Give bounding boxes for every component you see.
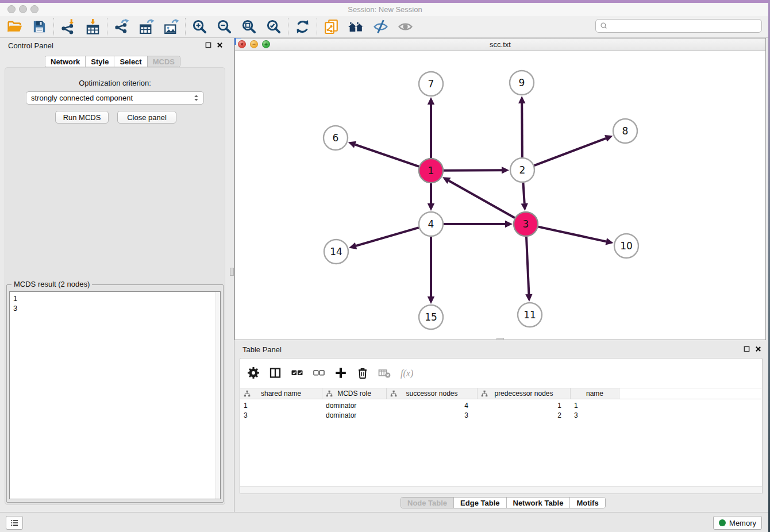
graph-node-label-6: 6: [333, 132, 339, 144]
run-mcds-button[interactable]: Run MCDS: [55, 111, 109, 124]
delete-column-button[interactable]: [355, 366, 369, 380]
close-panel-icon[interactable]: [217, 42, 223, 48]
memory-button[interactable]: Memory: [713, 516, 762, 530]
zoom-fit-button[interactable]: [237, 17, 261, 37]
graph-edge-3-1[interactable]: [449, 181, 514, 218]
export-image-button[interactable]: [159, 17, 183, 37]
panel-divider[interactable]: [230, 38, 234, 512]
table-row[interactable]: 3dominator323: [240, 410, 762, 420]
column-header-predecessor-nodes[interactable]: predecessor nodes: [478, 388, 571, 399]
graph-edge-4-14[interactable]: [356, 228, 419, 246]
column-header-label: successor nodes: [406, 390, 457, 398]
export-table-button[interactable]: [134, 17, 159, 37]
table-tab-edge-table[interactable]: Edge Table: [453, 498, 506, 508]
table-tab-motifs[interactable]: Motifs: [569, 498, 605, 508]
zoom-fit-icon: [241, 18, 257, 35]
namespace-icon: [481, 390, 488, 397]
show-all-button[interactable]: [393, 17, 418, 37]
deselect-all-button[interactable]: [311, 366, 326, 380]
search-input[interactable]: [609, 20, 761, 32]
criterion-dropdown[interactable]: strongly connected component: [26, 91, 204, 105]
control-tab-mcds[interactable]: MCDS: [147, 56, 180, 67]
table-cell[interactable]: 3: [240, 410, 322, 420]
graph-edge-2-8[interactable]: [534, 138, 606, 165]
graph-node-label-3: 3: [523, 218, 529, 230]
control-panel: Control Panel NetworkStyleSelectMCDS Opt…: [0, 38, 230, 512]
graph-edge-2-9[interactable]: [522, 103, 522, 157]
divider-grip[interactable]: [230, 268, 234, 276]
network-from-selection-button[interactable]: [319, 17, 344, 37]
network-graph[interactable]: 1234678910111415: [235, 51, 765, 340]
task-history-button[interactable]: [6, 516, 23, 530]
open-file-button[interactable]: [2, 17, 27, 37]
apply-preferred-layout-button[interactable]: [290, 17, 315, 37]
float-table-panel-icon[interactable]: [744, 346, 750, 352]
namespace-icon: [390, 390, 397, 397]
table-panel-title: Table Panel: [242, 345, 282, 354]
mcds-result-line: 1: [13, 294, 17, 303]
table-hscrollbar[interactable]: [240, 486, 762, 494]
mcds-panel: Optimization criterion: strongly connect…: [5, 67, 225, 505]
table-tab-node-table[interactable]: Node Table: [401, 498, 453, 508]
criterion-dropdown-value: strongly connected component: [31, 94, 133, 102]
table-tab-network-table[interactable]: Network Table: [506, 498, 570, 508]
result-scrollbar[interactable]: [215, 292, 220, 499]
column-header-name[interactable]: name: [571, 388, 619, 399]
table-cell[interactable]: 3: [571, 410, 619, 420]
zoom-out-button[interactable]: [212, 17, 237, 37]
network-window-titlebar[interactable]: scc.txt: [235, 38, 765, 51]
graph-edge-3-11[interactable]: [526, 237, 529, 294]
table-cell[interactable]: dominator: [322, 410, 387, 420]
table-cell[interactable]: 4: [387, 400, 478, 410]
control-tab-style[interactable]: Style: [85, 56, 114, 67]
import-table-button[interactable]: [80, 17, 105, 37]
delete-table-button[interactable]: [377, 366, 391, 380]
column-header-mcds-role[interactable]: MCDS role: [322, 388, 387, 399]
export-image-icon: [163, 18, 179, 35]
table-row[interactable]: 1dominator411: [240, 400, 762, 410]
graph-edge-1-6[interactable]: [355, 145, 419, 167]
main-toolbar-icons: [2, 16, 418, 37]
float-panel-icon[interactable]: [205, 42, 211, 48]
export-network-button[interactable]: [109, 17, 134, 37]
control-tab-select[interactable]: Select: [114, 56, 147, 67]
zoom-in-button[interactable]: [187, 17, 212, 37]
column-header-shared-name[interactable]: shared name: [240, 388, 322, 399]
column-layout-button[interactable]: [268, 366, 282, 380]
graph-node-label-11: 11: [523, 309, 536, 321]
zoom-selected-button[interactable]: [261, 17, 286, 37]
close-table-panel-icon[interactable]: [755, 346, 761, 352]
app-titlebar: Session: New Session: [0, 3, 770, 16]
mcds-result-line: 3: [13, 303, 17, 313]
dropdown-stepper-icon: [193, 94, 199, 102]
select-all-button[interactable]: [290, 366, 304, 380]
column-header-label: name: [586, 390, 603, 398]
graph-arrowhead-3-10: [606, 238, 614, 245]
add-column-button[interactable]: [333, 366, 348, 380]
table-cell[interactable]: 1: [240, 400, 322, 410]
hide-selection-button[interactable]: [368, 17, 393, 37]
graph-edge-1-2[interactable]: [444, 170, 502, 171]
table-cell[interactable]: 1: [478, 400, 571, 410]
table-cell[interactable]: 1: [571, 400, 619, 410]
function-builder-button[interactable]: f(x): [399, 366, 413, 380]
import-network-button[interactable]: [56, 17, 80, 37]
table-cell[interactable]: 2: [478, 410, 571, 420]
graph-arrowhead-1-4: [428, 203, 434, 211]
graph-edge-2-3[interactable]: [523, 183, 524, 203]
close-panel-button[interactable]: Close panel: [117, 111, 176, 124]
column-header-successor-nodes[interactable]: successor nodes: [387, 388, 478, 399]
graph-edge-3-10[interactable]: [538, 227, 606, 242]
table-cell[interactable]: dominator: [322, 400, 387, 410]
graph-node-label-4: 4: [428, 218, 434, 230]
svg-text:f(x): f(x): [401, 368, 413, 379]
mcds-result-box[interactable]: 13: [9, 291, 221, 499]
table-cell[interactable]: 3: [387, 410, 478, 420]
mcds-result-text: 13: [13, 294, 17, 313]
first-neighbors-button[interactable]: [344, 17, 368, 37]
control-tab-network[interactable]: Network: [45, 56, 85, 67]
import-table-icon: [84, 18, 101, 35]
save-session-button[interactable]: [27, 17, 52, 37]
network-resize-grip[interactable]: [496, 338, 504, 340]
gear-button[interactable]: [246, 366, 260, 380]
